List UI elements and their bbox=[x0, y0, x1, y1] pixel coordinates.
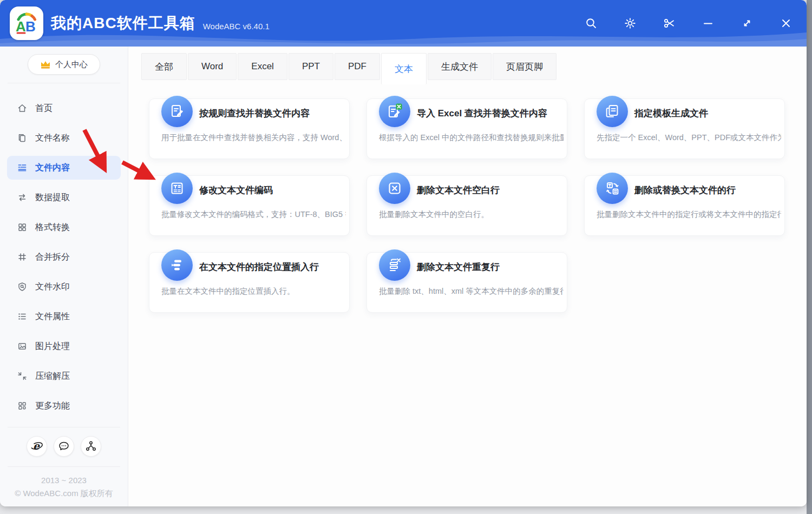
minimize-icon[interactable] bbox=[702, 17, 715, 30]
file-content-icon bbox=[17, 163, 27, 173]
sidebar-nav: 首页 文件名称 文件内容 bbox=[0, 96, 128, 418]
sidebar-item-data-extract[interactable]: 数据提取 bbox=[7, 186, 121, 209]
data-extract-icon bbox=[17, 193, 27, 202]
tab-generate-file[interactable]: 生成文件 bbox=[428, 53, 492, 80]
format-convert-icon bbox=[17, 222, 27, 232]
insert-lines-icon bbox=[161, 249, 193, 281]
sidebar-item-label: 压缩解压 bbox=[35, 371, 70, 382]
doc-pen-excel-icon bbox=[379, 96, 410, 127]
scissors-icon[interactable] bbox=[663, 17, 676, 30]
divider bbox=[8, 83, 120, 83]
swap-lines-icon bbox=[597, 173, 628, 204]
card-desc: 先指定一个 Excel、Word、PPT、PDF或文本文件作为模板 bbox=[597, 133, 781, 143]
sidebar-item-label: 合并拆分 bbox=[35, 252, 70, 263]
main-content: 全部 Word Excel PPT PDF 文本 生成文件 页眉页脚 bbox=[128, 47, 807, 506]
app-window: A B 我的ABC软件工具箱 WodeABC v6.40.1 bbox=[0, 0, 807, 506]
text-encoding-icon bbox=[161, 173, 193, 204]
sidebar-item-file-content[interactable]: 文件内容 bbox=[7, 156, 121, 180]
feature-card-grid: 按规则查找并替换文件内容 用于批量在文件中查找并替换相关内容，支持 Word、E… bbox=[149, 98, 807, 313]
search-icon[interactable] bbox=[585, 17, 598, 30]
tab-excel[interactable]: Excel bbox=[238, 53, 287, 80]
card-desc: 批量修改文本文件的编码格式，支持：UTF-8、BIG5 等编码 bbox=[161, 209, 346, 220]
card-desc: 根据导入的 Excel 中的文件路径和查找替换规则来批量处理 bbox=[379, 133, 564, 143]
app-version: WodeABC v6.40.1 bbox=[203, 22, 270, 31]
sidebar-item-watermark[interactable]: 文件水印 bbox=[7, 275, 121, 299]
sidebar-item-more-features[interactable]: 更多功能 bbox=[7, 394, 121, 418]
crown-icon bbox=[40, 60, 51, 69]
svg-text:e: e bbox=[33, 440, 40, 452]
card-desc: 批量在文本文件中的指定位置插入行。 bbox=[161, 286, 346, 296]
sidebar-item-home[interactable]: 首页 bbox=[7, 96, 121, 120]
sidebar-footer: e bbox=[0, 427, 128, 506]
stacked-docs-icon bbox=[597, 96, 628, 127]
card-template-generate[interactable]: 指定模板生成文件 先指定一个 Excel、Word、PPT、PDF或文本文件作为… bbox=[584, 98, 785, 159]
card-title: 指定模板生成文件 bbox=[634, 107, 708, 120]
card-delete-replace-lines[interactable]: 删除或替换文本文件的行 批量删除文本文件中的指定行或将文本文件中的指定行替换 bbox=[584, 175, 785, 236]
personal-center-label: 个人中心 bbox=[55, 60, 88, 70]
app-title: 我的ABC软件工具箱 bbox=[51, 13, 195, 34]
more-features-icon bbox=[17, 401, 27, 411]
tab-word[interactable]: Word bbox=[188, 53, 237, 80]
doc-pen-icon bbox=[161, 96, 193, 127]
x-square-icon bbox=[379, 173, 410, 204]
sidebar-item-compress[interactable]: 压缩解压 bbox=[7, 364, 121, 388]
sidebar-item-format-convert[interactable]: 格式转换 bbox=[7, 215, 121, 239]
card-title: 删除文本文件空白行 bbox=[417, 184, 500, 196]
card-find-replace-by-rule[interactable]: 按规则查找并替换文件内容 用于批量在文件中查找并替换相关内容，支持 Word、E… bbox=[149, 98, 350, 159]
settings-gear-icon[interactable] bbox=[624, 17, 637, 30]
app-logo: A B bbox=[10, 6, 43, 40]
watermark-icon bbox=[17, 282, 27, 292]
category-tabs: 全部 Word Excel PPT PDF 文本 生成文件 页眉页脚 bbox=[141, 53, 807, 84]
sidebar-item-image-process[interactable]: 图片处理 bbox=[7, 334, 121, 358]
card-change-text-encoding[interactable]: 修改文本文件编码 批量修改文本文件的编码格式，支持：UTF-8、BIG5 等编码 bbox=[149, 175, 350, 236]
tab-ppt[interactable]: PPT bbox=[289, 53, 333, 80]
feedback-chat-icon[interactable] bbox=[54, 436, 74, 457]
sidebar-item-label: 图片处理 bbox=[35, 341, 70, 352]
sidebar: 个人中心 首页 文件名称 bbox=[0, 47, 128, 506]
sidebar-item-file-name[interactable]: 文件名称 bbox=[7, 126, 121, 150]
sidebar-item-file-attributes[interactable]: 文件属性 bbox=[7, 305, 121, 328]
sidebar-item-merge-split[interactable]: 合并拆分 bbox=[7, 245, 121, 269]
copyright-years: 2013 ~ 2023 bbox=[0, 476, 128, 485]
image-process-icon bbox=[17, 341, 27, 351]
sidebar-item-label: 首页 bbox=[35, 103, 53, 114]
card-title: 按规则查找并替换文件内容 bbox=[199, 107, 310, 120]
card-delete-blank-lines[interactable]: 删除文本文件空白行 批量删除文本文件中的空白行。 bbox=[366, 175, 567, 236]
file-name-icon bbox=[17, 133, 27, 143]
tab-text[interactable]: 文本 bbox=[381, 53, 427, 84]
tab-header-footer[interactable]: 页眉页脚 bbox=[493, 53, 556, 80]
merge-split-icon bbox=[17, 252, 27, 262]
compress-icon bbox=[17, 371, 27, 381]
duplicate-lines-icon bbox=[379, 249, 410, 281]
personal-center-button[interactable]: 个人中心 bbox=[28, 54, 100, 75]
share-network-icon[interactable] bbox=[81, 436, 101, 457]
card-desc: 批量删除 txt、html、xml 等文本文件中的多余的重复行 bbox=[379, 286, 564, 296]
tab-all[interactable]: 全部 bbox=[141, 53, 187, 80]
card-excel-find-replace[interactable]: 导入 Excel 查找并替换文件内容 根据导入的 Excel 中的文件路径和查找… bbox=[366, 98, 567, 159]
sidebar-item-label: 文件名称 bbox=[35, 133, 70, 144]
card-insert-lines[interactable]: 在文本文件的指定位置插入行 批量在文本文件中的指定位置插入行。 bbox=[149, 252, 350, 313]
tab-pdf[interactable]: PDF bbox=[335, 53, 380, 80]
card-desc: 批量删除文本文件中的指定行或将文本文件中的指定行替换 bbox=[597, 209, 781, 220]
maximize-icon[interactable] bbox=[741, 17, 754, 30]
card-desc: 用于批量在文件中查找并替换相关内容，支持 Word、Excel 等格式 bbox=[161, 133, 346, 143]
card-title: 在文本文件的指定位置插入行 bbox=[199, 261, 319, 273]
card-title: 删除或替换文本文件的行 bbox=[634, 184, 736, 196]
card-title: 修改文本文件编码 bbox=[199, 184, 273, 196]
card-title: 导入 Excel 查找并替换文件内容 bbox=[417, 107, 547, 120]
card-title: 删除文本文件重复行 bbox=[417, 261, 500, 273]
svg-text:B: B bbox=[25, 18, 36, 35]
close-icon[interactable] bbox=[780, 17, 793, 30]
sidebar-item-label: 文件属性 bbox=[35, 311, 70, 322]
home-icon bbox=[17, 103, 27, 113]
browser-ie-icon[interactable]: e bbox=[27, 436, 47, 457]
copyright-text: © WodeABC.com 版权所有 bbox=[0, 489, 128, 499]
sidebar-item-label: 文件水印 bbox=[35, 281, 70, 293]
card-delete-duplicate-lines[interactable]: 删除文本文件重复行 批量删除 txt、html、xml 等文本文件中的多余的重复… bbox=[366, 252, 567, 313]
file-attributes-icon bbox=[17, 312, 27, 321]
sidebar-item-label: 文件内容 bbox=[35, 162, 70, 174]
sidebar-item-label: 数据提取 bbox=[35, 192, 70, 203]
desktop-edge bbox=[807, 0, 812, 514]
sidebar-item-label: 格式转换 bbox=[35, 222, 70, 233]
titlebar: A B 我的ABC软件工具箱 WodeABC v6.40.1 bbox=[0, 0, 807, 47]
